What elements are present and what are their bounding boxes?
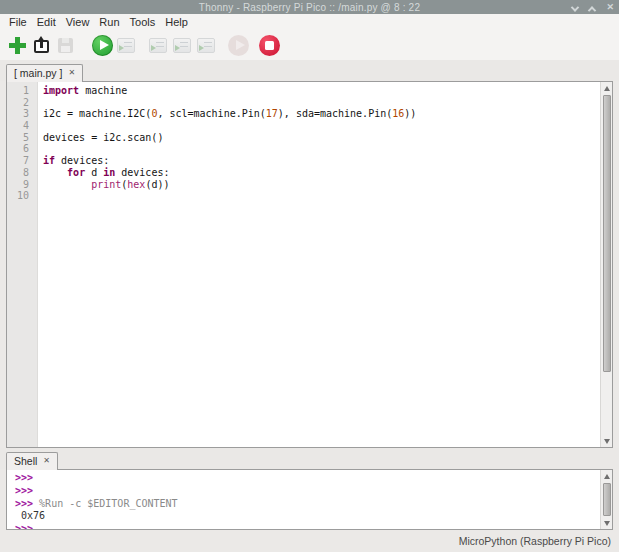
stop-icon xyxy=(259,35,280,56)
list-icon xyxy=(173,38,191,53)
run-icon xyxy=(92,35,113,56)
step-into-button xyxy=(170,32,194,58)
code-line: 5devices = i2c.scan() xyxy=(7,132,599,144)
plus-icon xyxy=(9,37,26,54)
line-number: 9 xyxy=(7,179,34,191)
line-number: 4 xyxy=(7,120,34,132)
line-number: 8 xyxy=(7,167,34,179)
menu-edit[interactable]: Edit xyxy=(32,15,61,29)
code-text[interactable]: devices = i2c.scan() xyxy=(34,132,163,144)
statusbar: MicroPython (Raspberry Pi Pico) xyxy=(0,530,619,552)
code-editor[interactable]: 1import machine23i2c = machine.I2C(0, sc… xyxy=(6,81,613,448)
code-line: 8 for d in devices: xyxy=(7,167,599,179)
run-button[interactable] xyxy=(90,32,114,58)
tab-shell[interactable]: Shell ✕ xyxy=(6,452,58,470)
open-icon xyxy=(34,40,49,53)
code-line: 7if devices: xyxy=(7,155,599,167)
editor-tabbar: [ main.py ] ✕ xyxy=(0,60,619,81)
tab-main-py[interactable]: [ main.py ] ✕ xyxy=(6,64,83,82)
shell-line: >>> %Run -c $EDITOR_CONTENT xyxy=(15,498,599,511)
code-text[interactable] xyxy=(34,97,43,109)
shell-tabbar: Shell ✕ xyxy=(0,448,619,469)
code-text[interactable]: if devices: xyxy=(34,155,109,167)
menu-tools[interactable]: Tools xyxy=(125,15,161,29)
line-number: 7 xyxy=(7,155,34,167)
code-line: 1import machine xyxy=(7,85,599,97)
save-icon xyxy=(58,38,73,53)
step-out-button xyxy=(194,32,218,58)
code-text[interactable] xyxy=(34,190,43,202)
code-text[interactable]: i2c = machine.I2C(0, scl=machine.Pin(17)… xyxy=(34,108,416,120)
code-line: 2 xyxy=(7,97,599,109)
code-text[interactable]: print(hex(d)) xyxy=(34,179,169,191)
code-line: 10 xyxy=(7,190,599,202)
scroll-down-icon[interactable] xyxy=(602,436,612,446)
close-icon[interactable]: ✕ xyxy=(606,0,614,14)
backend-label[interactable]: MicroPython (Raspberry Pi Pico) xyxy=(459,535,611,547)
code-line: 9 print(hex(d)) xyxy=(7,179,599,191)
shell-scrollbar[interactable] xyxy=(600,470,612,529)
editor-scrollbar[interactable] xyxy=(600,82,612,447)
line-number: 6 xyxy=(7,143,34,155)
scroll-up-icon[interactable] xyxy=(602,83,612,93)
tab-main-py-label: [ main.py ] xyxy=(14,67,62,79)
minimize-icon[interactable] xyxy=(572,0,578,16)
code-text[interactable] xyxy=(34,143,43,155)
list-icon xyxy=(149,38,167,53)
window-title: Thonny - Raspberry Pi Pico :: /main.py @… xyxy=(0,2,619,13)
shell[interactable]: >>> >>> >>> %Run -c $EDITOR_CONTENT 0x76… xyxy=(6,469,613,530)
stop-button[interactable] xyxy=(257,32,281,58)
code-lines: 1import machine23i2c = machine.I2C(0, sc… xyxy=(7,85,599,202)
save-file-button xyxy=(53,32,77,58)
shell-line: 0x76 xyxy=(15,510,599,523)
resume-button xyxy=(226,32,250,58)
new-file-button[interactable] xyxy=(5,32,29,58)
line-number: 2 xyxy=(7,97,34,109)
menu-view[interactable]: View xyxy=(61,15,95,29)
step-over-button xyxy=(146,32,170,58)
open-file-button[interactable] xyxy=(29,32,53,58)
code-line: 4 xyxy=(7,120,599,132)
list-icon xyxy=(197,38,215,53)
code-text[interactable]: for d in devices: xyxy=(34,167,169,179)
shell-line: >>> xyxy=(15,485,599,498)
code-text[interactable] xyxy=(34,120,43,132)
titlebar: Thonny - Raspberry Pi Pico :: /main.py @… xyxy=(0,0,619,14)
line-number: 10 xyxy=(7,190,34,202)
shell-scroll-down-icon[interactable] xyxy=(602,518,612,528)
resume-icon xyxy=(228,35,249,56)
shell-line: >>> xyxy=(15,523,599,530)
code-text[interactable]: import machine xyxy=(34,85,127,97)
shell-scroll-up-icon[interactable] xyxy=(602,471,612,481)
window-controls: ✕ xyxy=(572,0,614,14)
code-line: 6 xyxy=(7,143,599,155)
shell-scrollbar-thumb[interactable] xyxy=(603,483,611,516)
code-line: 3i2c = machine.I2C(0, scl=machine.Pin(17… xyxy=(7,108,599,120)
debug-button xyxy=(114,32,138,58)
line-number: 5 xyxy=(7,132,34,144)
tab-shell-label: Shell xyxy=(14,455,37,467)
shell-lines: >>> >>> >>> %Run -c $EDITOR_CONTENT 0x76… xyxy=(7,472,599,530)
maximize-icon[interactable] xyxy=(589,0,595,16)
line-number: 1 xyxy=(7,85,34,97)
toolbar xyxy=(0,30,619,60)
list-icon xyxy=(117,38,135,53)
line-number: 3 xyxy=(7,108,34,120)
menubar: FileEditViewRunToolsHelp xyxy=(0,14,619,30)
shell-tab-close-icon[interactable]: ✕ xyxy=(43,457,50,465)
shell-line: >>> xyxy=(15,472,599,485)
thonny-window: Thonny - Raspberry Pi Pico :: /main.py @… xyxy=(0,0,619,552)
editor-scrollbar-thumb[interactable] xyxy=(603,95,611,372)
tab-close-icon[interactable]: ✕ xyxy=(68,69,75,77)
menu-help[interactable]: Help xyxy=(160,15,193,29)
menu-run[interactable]: Run xyxy=(94,15,124,29)
menu-file[interactable]: File xyxy=(4,15,32,29)
